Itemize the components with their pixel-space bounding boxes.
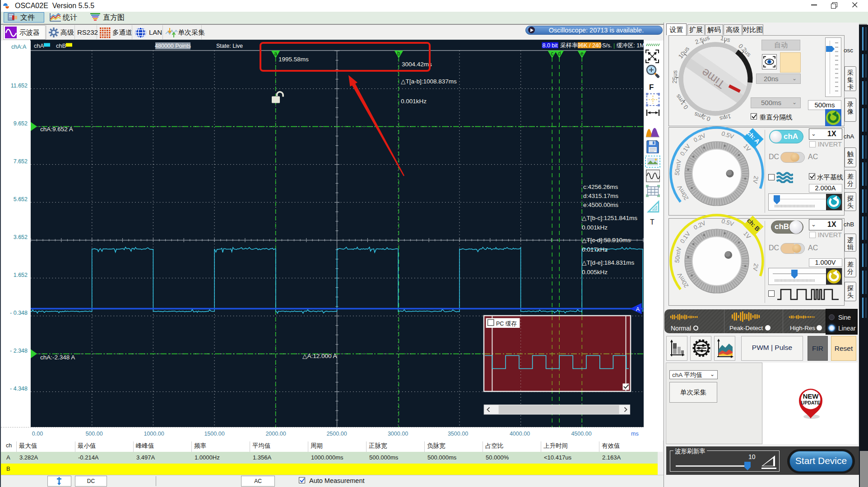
svg-text:△T[b-c]:1251.841ms: △T[b-c]:1251.841ms (582, 215, 637, 221)
svg-text:c: c (551, 51, 553, 57)
svg-text:b: b (397, 51, 400, 57)
svg-text:△T[a-b]:1008.837ms: △T[a-b]:1008.837ms (401, 78, 457, 85)
svg-text:3004.42ms: 3004.42ms (402, 61, 432, 68)
svg-text:△T[c-d]:58.910ms: △T[c-d]:58.910ms (582, 237, 631, 244)
svg-text:PC 缓存: PC 缓存 (496, 321, 517, 327)
svg-text:96K / 240: 96K / 240 (577, 42, 602, 49)
svg-text:chA:9.652 A: chA:9.652 A (40, 126, 73, 133)
svg-text:UPDATE: UPDATE (801, 400, 820, 405)
svg-text:a: a (274, 51, 277, 57)
svg-text:8.0 bit: 8.0 bit (542, 42, 558, 49)
svg-text:chB: chB (56, 42, 66, 49)
svg-text:0.005kHz: 0.005kHz (582, 269, 608, 276)
svg-text:0.001kHz: 0.001kHz (582, 224, 608, 231)
svg-text:480000 Points: 480000 Points (155, 43, 191, 49)
svg-text:△A:12.000 A: △A:12.000 A (302, 353, 337, 359)
svg-text:NEW: NEW (803, 392, 819, 400)
svg-text:0.017kHz: 0.017kHz (582, 246, 608, 253)
svg-text:e: e (580, 51, 584, 57)
svg-text:c:4256.26ms: c:4256.26ms (583, 184, 618, 190)
svg-text:△T[d-e]:184.831ms: △T[d-e]:184.831ms (582, 259, 634, 266)
svg-text:A: A (636, 306, 640, 312)
svg-text:采样率:: 采样率: (560, 42, 580, 49)
svg-text:chA: chA (34, 42, 44, 49)
svg-text:0.001kHz: 0.001kHz (401, 98, 427, 105)
svg-text:e:4500.00ms: e:4500.00ms (583, 202, 618, 208)
svg-text:1995.58ms: 1995.58ms (279, 56, 309, 63)
svg-text:d: d (558, 51, 561, 57)
svg-text:d:4315.17ms: d:4315.17ms (583, 193, 618, 199)
svg-text:S/s. | 缓冲区: 1M.: S/s. | 缓冲区: 1M. (602, 42, 644, 49)
svg-text:chA:-2.348 A: chA:-2.348 A (40, 354, 75, 361)
svg-text:State: Live: State: Live (216, 43, 243, 49)
